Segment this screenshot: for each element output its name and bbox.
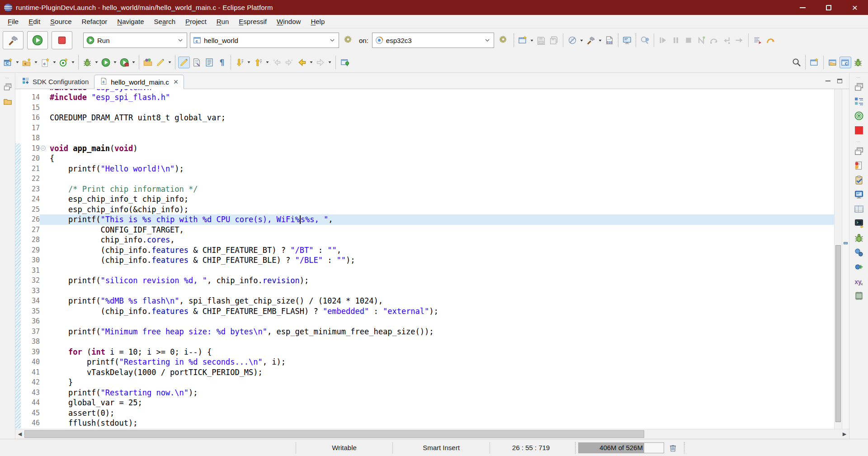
code-line-45[interactable]: 45 assert(0); xyxy=(15,408,834,418)
new-wizard-dropdown-icon[interactable] xyxy=(529,34,535,46)
code-line-35[interactable]: 35 (chip_info.features & CHIP_FEATURE_EM… xyxy=(15,306,834,317)
code-line-17[interactable]: 17 xyxy=(15,123,834,133)
suspend-icon[interactable] xyxy=(670,34,682,46)
forward-dropdown-icon[interactable] xyxy=(327,57,333,68)
run-to-line-icon[interactable] xyxy=(733,34,745,46)
collapse-icon[interactable]: − xyxy=(41,146,46,151)
next-annotation-icon[interactable] xyxy=(234,57,245,68)
step-return-icon[interactable] xyxy=(721,34,732,46)
disassembly-icon[interactable]: 010 xyxy=(604,34,615,46)
mark-occurrences-pen-dropdown-icon[interactable] xyxy=(167,57,173,68)
memory-icon[interactable] xyxy=(853,290,865,302)
new-c-source-file-icon[interactable]: c xyxy=(39,57,51,68)
console-icon[interactable] xyxy=(621,34,633,46)
code-line-42[interactable]: 42 } xyxy=(15,377,834,388)
code-line-36[interactable]: 36 xyxy=(15,316,834,327)
code-line-43[interactable]: 43 printf("Restarting now.\n"); xyxy=(15,388,834,398)
step-into-icon[interactable] xyxy=(695,34,707,46)
new-c-project-dropdown-icon[interactable] xyxy=(14,57,20,68)
restore-view-icon[interactable] xyxy=(853,81,865,93)
scroll-left-arrow-icon[interactable]: ◀ xyxy=(15,429,24,439)
code-line-14[interactable]: 14#include "esp_spi_flash.h" xyxy=(15,92,834,103)
code-line-27[interactable]: 27 CONFIG_IDF_TARGET, xyxy=(15,225,834,235)
save-icon[interactable] xyxy=(535,34,547,46)
run-icon[interactable] xyxy=(100,57,112,68)
forward-history-disabled-icon[interactable] xyxy=(283,57,295,68)
horizontal-scrollbar-thumb[interactable] xyxy=(24,430,644,438)
run-garbage-collector-button[interactable] xyxy=(666,442,679,454)
menu-navigate[interactable]: Navigate xyxy=(112,16,149,27)
code-line-41[interactable]: 41 vTaskDelay(1000 / portTICK_PERIOD_MS)… xyxy=(15,367,834,378)
next-annotation-dropdown-icon[interactable] xyxy=(246,57,252,68)
debug-view-icon[interactable] xyxy=(853,232,865,244)
code-line-33[interactable]: 33 xyxy=(15,286,834,296)
overview-ruler[interactable] xyxy=(842,89,849,429)
console-view-icon[interactable] xyxy=(853,188,865,201)
tab-sdk-configuration[interactable]: SDK Configuration xyxy=(16,74,94,89)
drag-handle-dots[interactable]: … xyxy=(5,75,10,79)
overview-cursor-marker[interactable] xyxy=(844,242,848,244)
tab-hello-world-main-c[interactable]: chello_world_main.c× xyxy=(94,75,184,89)
new-c-project-icon[interactable]: C xyxy=(2,57,14,68)
search-icon[interactable] xyxy=(791,57,802,68)
close-tab-icon[interactable]: × xyxy=(174,78,179,86)
menu-run[interactable]: Run xyxy=(212,16,234,27)
pin-editor-icon[interactable] xyxy=(339,57,351,68)
code-line-29[interactable]: 29 (chip_info.features & CHIP_FEATURE_BT… xyxy=(15,245,834,256)
menu-file[interactable]: File xyxy=(3,16,24,27)
new-project-icon[interactable]: c xyxy=(21,57,33,68)
breakpoints-icon[interactable] xyxy=(853,261,865,273)
search-disabled-icon[interactable] xyxy=(639,34,651,46)
stop-launch-icon[interactable] xyxy=(853,124,865,137)
menu-window[interactable]: Window xyxy=(272,16,306,27)
resume-icon[interactable] xyxy=(657,34,669,46)
target-settings-gear-icon[interactable] xyxy=(499,35,509,46)
debug-icon[interactable] xyxy=(81,57,93,68)
instruction-stepping-icon[interactable] xyxy=(752,34,764,46)
code-line-21[interactable]: 21 printf("Hello world!\n"); xyxy=(15,164,834,174)
outline-icon[interactable] xyxy=(853,95,865,108)
code-line-24[interactable]: 24 esp_chip_info_t chip_info; xyxy=(15,194,834,204)
code-line-34[interactable]: 34 printf("%dMB %s flash\n", spi_flash_g… xyxy=(15,296,834,306)
drag-handle-dots[interactable]: … xyxy=(856,138,861,143)
code-line-32[interactable]: 32 printf("silicon revision %d, ", chip_… xyxy=(15,276,834,286)
back-dropdown-icon[interactable] xyxy=(308,57,314,68)
menu-project[interactable]: Project xyxy=(180,16,212,27)
code-line-39[interactable]: 39 for (int i = 10; i >= 0; i--) { xyxy=(15,347,834,357)
launch-bar-target-icon[interactable] xyxy=(853,109,865,122)
code-line-28[interactable]: 28 chip_info.cores, xyxy=(15,235,834,245)
new-wizard-icon[interactable] xyxy=(517,34,528,46)
code-line-18[interactable]: 18 xyxy=(15,133,834,143)
stop-button[interactable] xyxy=(52,31,72,49)
function-breakpoint-icon[interactable] xyxy=(764,34,776,46)
expressions-icon[interactable]: xy xyxy=(853,275,865,288)
peripherals-icon[interactable] xyxy=(853,246,865,259)
restore-pane-icon[interactable] xyxy=(2,81,14,93)
minimize-button[interactable] xyxy=(789,0,816,15)
profile-icon[interactable] xyxy=(118,57,130,68)
code-line-38[interactable]: 38 xyxy=(15,337,834,347)
tasks-icon[interactable] xyxy=(853,174,865,186)
previous-annotation-dropdown-icon[interactable] xyxy=(264,57,270,68)
code-line-44[interactable]: 44 global_var = 25; xyxy=(15,398,834,408)
code-line-40[interactable]: 40 printf("Restarting in %d seconds...\n… xyxy=(15,357,834,367)
drag-handle-dots[interactable]: … xyxy=(856,74,861,79)
run-button[interactable] xyxy=(27,31,48,49)
skip-breakpoints-dropdown-icon[interactable] xyxy=(579,34,585,46)
restore-button[interactable] xyxy=(816,0,842,15)
problems-icon[interactable] xyxy=(853,159,865,172)
show-whitespace-icon[interactable]: ¶ xyxy=(216,57,228,68)
horizontal-scrollbar[interactable]: ◀ ▶ xyxy=(15,429,849,439)
menu-edit[interactable]: Edit xyxy=(24,16,45,27)
new-launch-target-icon[interactable] xyxy=(58,57,70,68)
launch-project-combo[interactable]: c hello_world xyxy=(190,33,339,48)
code-line-30[interactable]: 30 (chip_info.features & CHIP_FEATURE_BL… xyxy=(15,255,834,266)
close-button[interactable]: × xyxy=(842,0,868,15)
terminal-icon[interactable] xyxy=(853,217,865,230)
previous-annotation-icon[interactable] xyxy=(252,57,264,68)
code-line-25[interactable]: 25 esp_chip_info(&chip_info); xyxy=(15,204,834,215)
vertical-scrollbar-thumb[interactable] xyxy=(835,245,841,422)
vertical-scrollbar[interactable] xyxy=(834,89,842,429)
build-active-config-dropdown-icon[interactable] xyxy=(597,34,603,46)
code-line-26[interactable]: 26 printf("This is %s chip with %d CPU c… xyxy=(15,214,834,225)
